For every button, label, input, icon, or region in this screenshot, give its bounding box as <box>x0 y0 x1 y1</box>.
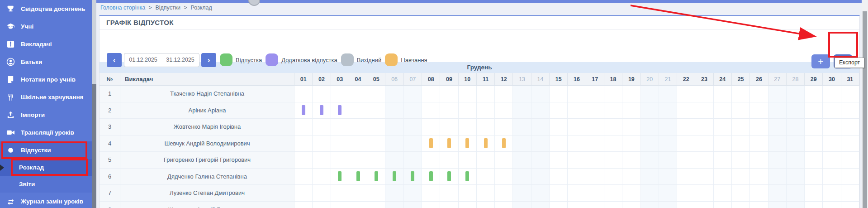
mark-training <box>502 138 506 148</box>
schedule-day-cell <box>404 119 422 135</box>
sidebar-item-teachers[interactable]: Викладачі <box>0 35 92 53</box>
schedule-day-cell <box>659 152 677 169</box>
sidebar-item-schedule[interactable]: Розклад <box>0 159 92 176</box>
schedule-day-cell <box>367 202 385 208</box>
schedule-day-cell <box>586 185 604 202</box>
schedule-day-cell <box>459 119 477 135</box>
schedule-day-cell <box>459 102 477 119</box>
schedule-day-cell <box>440 119 458 135</box>
add-vacation-button[interactable]: + <box>811 54 830 68</box>
mark-additional-vacation <box>302 105 305 115</box>
schedule-day-cell <box>750 119 768 135</box>
column-header-day-08: 08 <box>422 73 440 86</box>
row-number-cell: 1 <box>100 86 120 102</box>
table-row: 3Жовтенко Марія Ігорівна <box>100 119 859 135</box>
page-scrollbar-thumb[interactable] <box>863 11 867 208</box>
schedule-day-cell <box>732 102 750 119</box>
schedule-day-cell <box>805 102 823 119</box>
toolbar: ‹ 01.12.2025 — 31.12.2025 › ВідпусткаДод… <box>100 30 859 62</box>
legend-label: Навчання <box>401 57 427 63</box>
sidebar-item-reports[interactable]: Звіти <box>0 176 92 193</box>
schedule-day-cell <box>495 102 513 119</box>
dot-icon <box>6 146 15 155</box>
schedule-day-cell <box>440 102 458 119</box>
column-header-day-13: 13 <box>513 73 531 86</box>
schedule-day-cell <box>641 102 659 119</box>
vacation-schedule-page: Свідоцтва досягненьУчніВикладачіБатькиНо… <box>0 0 868 208</box>
schedule-day-cell <box>404 135 422 152</box>
schedule-day-cell <box>714 152 732 169</box>
sidebar-item-achievements[interactable]: Свідоцтва досягнень <box>0 0 92 18</box>
schedule-day-cell <box>805 185 823 202</box>
sidebar-item-label: Трансляції уроків <box>21 129 74 136</box>
schedule-day-cell <box>677 169 695 185</box>
schedule-day-cell <box>367 135 385 152</box>
column-header-day-05: 05 <box>367 73 385 86</box>
sidebar-scrollbar-thumb[interactable] <box>92 84 96 208</box>
column-header-day-26: 26 <box>750 73 768 86</box>
mark-vacation <box>447 171 451 181</box>
mark-training <box>484 138 488 148</box>
sidebar-item-student-notes[interactable]: Нотатки про учнів <box>0 71 92 88</box>
schedule-day-cell <box>331 185 349 202</box>
swap-icon <box>6 197 15 206</box>
row-number-cell: 8 <box>100 202 120 208</box>
legend-swatch-training <box>385 53 398 66</box>
sidebar-item-label: Шкільне харчування <box>21 94 83 101</box>
sidebar-item-imports[interactable]: Імпорти <box>0 106 92 124</box>
schedule-day-cell <box>768 202 787 208</box>
schedule-day-cell <box>768 86 787 102</box>
schedule-day-cell <box>604 185 622 202</box>
schedule-day-cell <box>622 119 640 135</box>
schedule-day-cell <box>459 86 477 102</box>
schedule-day-cell <box>367 152 385 169</box>
schedule-day-cell <box>787 86 805 102</box>
schedule-day-cell <box>787 169 805 185</box>
submenu-arrow-icon <box>0 164 4 171</box>
table-row: 5Григоренко Григорій Григорович <box>100 152 859 169</box>
schedule-day-cell <box>385 202 403 208</box>
breadcrumb-home-link[interactable]: Головна сторінка <box>100 5 145 11</box>
mark-vacation <box>356 171 360 181</box>
graduation-cap-icon <box>6 22 15 31</box>
schedule-day-cell <box>477 185 495 202</box>
sidebar-item-lesson-broadcasts[interactable]: Трансляції уроків <box>0 124 92 141</box>
column-header-day-16: 16 <box>568 73 586 86</box>
schedule-day-cell <box>568 135 586 152</box>
column-header-day-18: 18 <box>604 73 622 86</box>
sidebar-item-substitution-log[interactable]: Журнал замін уроків <box>0 193 92 208</box>
legend-label: Додаткова відпустка <box>281 57 337 63</box>
sidebar-item-students[interactable]: Учні <box>0 18 92 35</box>
column-header-day-02: 02 <box>313 73 331 86</box>
sidebar-item-vacations[interactable]: Відпустки <box>0 141 92 159</box>
schedule-day-cell <box>313 86 331 102</box>
sidebar-item-label: Учні <box>21 23 33 30</box>
schedule-day-cell <box>695 86 713 102</box>
sidebar-item-school-meals[interactable]: Шкільне харчування <box>0 88 92 106</box>
row-number-cell: 4 <box>100 135 120 152</box>
date-range-input[interactable]: 01.12.2025 — 31.12.2025 <box>124 53 199 67</box>
sidebar-item-label: Нотатки про учнів <box>21 76 76 83</box>
schedule-day-cell <box>714 185 732 202</box>
prev-period-button[interactable]: ‹ <box>107 53 122 67</box>
vacation-schedule-card: ГРАФІК ВІДПУСТОК ‹ 01.12.2025 — 31.12.20… <box>99 15 860 208</box>
schedule-day-cell <box>768 102 787 119</box>
next-period-button[interactable]: › <box>201 53 216 67</box>
column-header-number: № <box>100 73 120 86</box>
avatar[interactable] <box>248 0 260 6</box>
sidebar-item-parents[interactable]: Батьки <box>0 53 92 71</box>
schedule-day-cell <box>641 152 659 169</box>
column-header-day-04: 04 <box>349 73 367 86</box>
schedule-day-cell <box>841 135 859 152</box>
schedule-day-cell <box>622 152 640 169</box>
schedule-day-cell <box>404 86 422 102</box>
schedule-day-cell <box>714 169 732 185</box>
sidebar-item-label: Свідоцтва досягнень <box>21 5 85 12</box>
schedule-day-cell <box>294 185 313 202</box>
schedule-day-cell <box>805 169 823 185</box>
sidebar-item-label: Викладачі <box>21 41 52 48</box>
schedule-day-cell <box>641 202 659 208</box>
schedule-day-cell <box>422 135 440 152</box>
schedule-day-cell <box>677 152 695 169</box>
schedule-day-cell <box>422 119 440 135</box>
